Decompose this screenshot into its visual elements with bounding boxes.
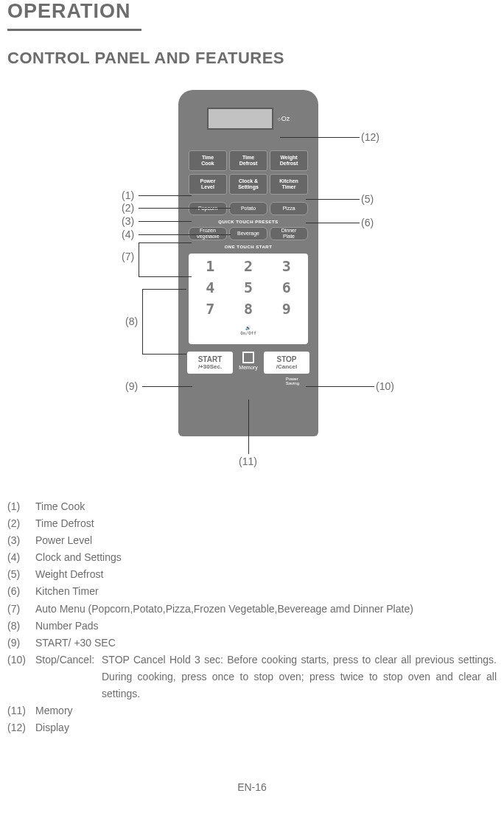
key-7[interactable]: 7 xyxy=(192,300,228,319)
key-6[interactable]: 6 xyxy=(268,279,304,298)
legend-item: (3)Power Level xyxy=(7,532,497,549)
time-defrost-button[interactable]: TimeDefrost xyxy=(229,150,267,171)
key-3[interactable]: 3 xyxy=(268,257,304,276)
potato-button[interactable]: Potato xyxy=(229,202,267,215)
legend-item: (6)Kitchen Timer xyxy=(7,583,497,600)
callout-3: (3) xyxy=(122,215,134,227)
key-9[interactable]: 9 xyxy=(268,300,304,319)
presets-label: QUICK TOUCH PRESETS xyxy=(218,220,278,224)
legend-item: (12)Display xyxy=(7,719,497,736)
page-number: EN-16 xyxy=(0,781,504,793)
time-cook-button[interactable]: TimeCook xyxy=(189,150,227,171)
stop-cancel-button[interactable]: STOP /Cancel xyxy=(264,352,309,374)
legend-item: (2)Time Defrost xyxy=(7,515,497,532)
display-units: Oz xyxy=(278,115,290,122)
weight-defrost-button[interactable]: WeightDefrost xyxy=(270,150,308,171)
kitchen-timer-button[interactable]: KitchenTimer xyxy=(270,174,308,195)
legend-item: (11)Memory xyxy=(7,702,497,719)
title-underline xyxy=(7,29,141,31)
callout-1: (1) xyxy=(122,189,134,201)
number-keypad: 1 2 3 4 5 6 7 8 9 🔊On/Off xyxy=(189,254,308,344)
key-2[interactable]: 2 xyxy=(231,257,267,276)
callout-7: (7) xyxy=(122,251,134,262)
legend-list: (1)Time Cook (2)Time Defrost (3)Power Le… xyxy=(7,498,497,736)
callout-9: (9) xyxy=(125,380,138,392)
key-onoff[interactable]: 🔊On/Off xyxy=(231,321,267,341)
legend-item-stop: (10) Stop/Cancel: STOP Cancel Hold 3 sec… xyxy=(7,652,497,702)
pizza-button[interactable]: Pizza xyxy=(270,202,308,215)
callout-11: (11) xyxy=(239,455,257,467)
power-saving-label: PowerSaving xyxy=(286,377,299,385)
callout-4: (4) xyxy=(122,228,134,240)
legend-item: (5)Weight Defrost xyxy=(7,566,497,583)
callout-6: (6) xyxy=(361,217,374,228)
legend-item: (4)Clock and Settings xyxy=(7,549,497,566)
callout-5: (5) xyxy=(361,193,374,205)
onetouch-label: ONE TOUCH START xyxy=(225,245,273,249)
key-8[interactable]: 8 xyxy=(231,300,267,319)
popcorn-button[interactable]: Popcorn xyxy=(189,202,227,215)
key-5[interactable]: 5 xyxy=(231,279,267,298)
control-panel-diagram: Oz TimeCook TimeDefrost WeightDefrost Po… xyxy=(7,90,497,481)
memory-button[interactable]: Memory xyxy=(237,352,260,374)
page-title: OPERATION xyxy=(7,0,497,23)
legend-item: (1)Time Cook xyxy=(7,498,497,515)
callout-8: (8) xyxy=(125,315,138,327)
control-panel: Oz TimeCook TimeDefrost WeightDefrost Po… xyxy=(178,90,318,436)
start-button[interactable]: START /+30Sec. xyxy=(187,352,233,374)
key-4[interactable]: 4 xyxy=(192,279,228,298)
power-level-button[interactable]: PowerLevel xyxy=(189,174,227,195)
callout-10: (10) xyxy=(376,380,394,392)
callout-2: (2) xyxy=(122,202,134,214)
clock-settings-button[interactable]: Clock &Settings xyxy=(229,174,267,195)
legend-item: (8)Number Pads xyxy=(7,618,497,635)
key-1[interactable]: 1 xyxy=(192,257,228,276)
section-subtitle: CONTROL PANEL AND FEATURES xyxy=(7,49,497,68)
legend-item: (9)START/ +30 SEC xyxy=(7,635,497,652)
display-screen xyxy=(207,108,273,130)
legend-item: (7)Auto Menu (Popcorn,Potato,Pizza,Froze… xyxy=(7,601,497,618)
callout-12: (12) xyxy=(361,131,379,143)
frozen-veg-button[interactable]: FrozenVegetable xyxy=(189,227,227,240)
dinner-plate-button[interactable]: DinnerPlate xyxy=(270,227,308,240)
beverage-button[interactable]: Beverage xyxy=(229,227,267,240)
